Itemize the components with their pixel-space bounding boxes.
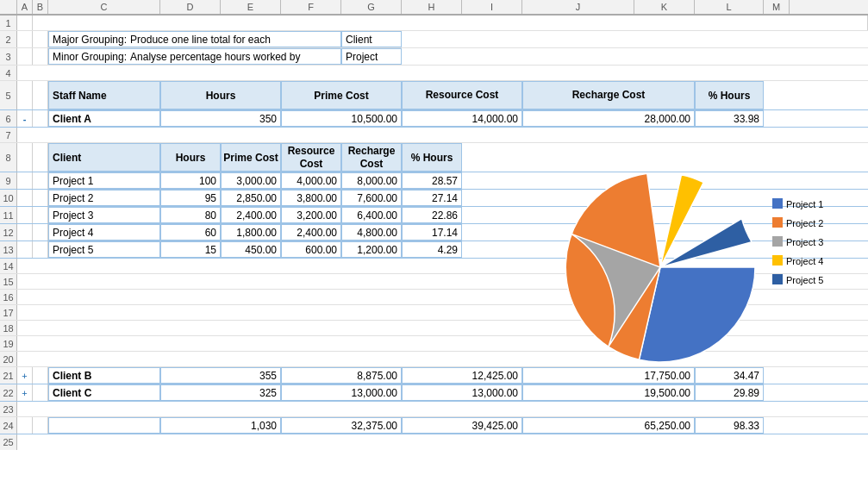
- cell-b10: [33, 190, 48, 206]
- col-header-f: F: [281, 0, 341, 14]
- col-header-rn: [0, 0, 17, 14]
- header-recharge-cost: Recharge Cost: [522, 81, 695, 109]
- cell-minor-value: Project: [341, 48, 402, 65]
- cell-rest-row2: [402, 31, 868, 47]
- row24-rest: [764, 417, 868, 434]
- cell-a13: [17, 241, 33, 258]
- client-c-label: Client C: [53, 387, 91, 399]
- cell-proj4-resource: 2,400.00: [281, 224, 341, 240]
- cell-a24: [17, 417, 33, 434]
- cell-client-a-prime: 10,500.00: [281, 110, 402, 127]
- col-header-k: K: [634, 0, 695, 14]
- header-prime-cost-text: Prime Cost: [314, 90, 368, 102]
- major-grouping-label: Major Grouping:: [53, 34, 127, 46]
- sub-header-resource: Resource Cost: [281, 143, 341, 172]
- proj3-resource: 3,200.00: [297, 209, 337, 222]
- legend-label-p5: Project 5: [786, 275, 823, 285]
- cell-a5: [17, 81, 33, 109]
- row-2: 2 Major Grouping: Produce one line total…: [0, 31, 868, 48]
- proj4-name: Project 4: [53, 227, 93, 239]
- client-c-prime-cost: 13,000.00: [352, 387, 397, 399]
- cell-b6: [33, 110, 48, 127]
- cell-proj2-recharge: 7,600.00: [341, 190, 402, 206]
- cell-b3: [33, 48, 48, 65]
- legend-label-p2: Project 2: [786, 218, 823, 228]
- proj4-resource: 2,400.00: [297, 227, 337, 239]
- cell-totals-recharge: 65,250.00: [522, 417, 695, 434]
- cell-b24: [33, 417, 48, 434]
- row-num-24: 24: [0, 417, 17, 434]
- proj1-prime: 3,000.00: [236, 175, 277, 187]
- cell-proj1-resource: 4,000.00: [281, 172, 341, 189]
- client-b-label: Client B: [53, 370, 91, 382]
- row-num-20: 20: [0, 352, 17, 366]
- legend-color-p2: [772, 217, 783, 228]
- col-header-e: E: [221, 0, 281, 14]
- cell-client-b-name: Client B: [48, 367, 160, 384]
- row-num-9: 9: [0, 172, 17, 189]
- sub-header-hours: Hours: [160, 143, 221, 172]
- proj5-name: Project 5: [53, 244, 93, 256]
- sub-header-pct-text: % Hours: [411, 152, 453, 164]
- client-b-plus[interactable]: +: [22, 371, 27, 381]
- cell-a1: [17, 16, 33, 30]
- cell-a9: [17, 172, 33, 189]
- col-header-i: I: [462, 0, 522, 14]
- row6-rest: [764, 110, 868, 127]
- proj4-prime: 1,800.00: [236, 227, 277, 239]
- cell-proj1-recharge: 8,000.00: [341, 172, 402, 189]
- row-num-7: 7: [0, 128, 17, 142]
- chart-legend: Project 1 Project 2 Project 3 Project 4 …: [772, 198, 823, 285]
- client-c-plus[interactable]: +: [22, 388, 27, 398]
- cell-major-value: Client: [341, 31, 402, 47]
- cell-client-a-recharge: 28,000.00: [522, 110, 695, 127]
- cell-client-b-prime: 8,875.00: [281, 367, 402, 384]
- cell-proj3-hours: 80: [160, 207, 221, 223]
- cell-proj3-prime: 2,400.00: [221, 207, 281, 223]
- cell-proj1-name: Project 1: [48, 172, 160, 189]
- cell-proj5-prime: 450.00: [221, 241, 281, 258]
- row-25: 25: [0, 434, 868, 450]
- row-4: 4: [0, 66, 868, 81]
- cell-proj2-name: Project 2: [48, 190, 160, 206]
- row-num-16: 16: [0, 290, 17, 304]
- sub-header-client-text: Client: [53, 152, 81, 164]
- client-a-recharge-cost: 28,000.00: [645, 113, 690, 125]
- client-a-label: Client A: [53, 113, 91, 125]
- client-a-pct-hours: 33.98: [734, 113, 759, 125]
- cell-proj1-prime: 3,000.00: [221, 172, 281, 189]
- minor-grouping-label: Minor Grouping:: [53, 51, 127, 63]
- row-3: 3 Minor Grouping: Analyse percentage hou…: [0, 48, 868, 66]
- cell-client-c-hours: 325: [160, 384, 281, 401]
- proj3-recharge: 6,400.00: [357, 209, 397, 222]
- proj1-recharge: 8,000.00: [357, 175, 397, 187]
- cell-a22[interactable]: +: [17, 384, 33, 401]
- cell-b8: [33, 143, 48, 172]
- row5-rest: [764, 81, 868, 109]
- cell-proj3-resource: 3,200.00: [281, 207, 341, 223]
- client-a-prime-cost: 10,500.00: [352, 113, 397, 125]
- totals-pct: 98.33: [734, 420, 759, 432]
- legend-label-p1: Project 1: [786, 199, 823, 209]
- proj1-pct: 28.57: [432, 175, 458, 187]
- cell-proj1-pct: 28.57: [402, 172, 462, 189]
- cell-client-a-hours: 350: [160, 110, 281, 127]
- cell-proj4-recharge: 4,800.00: [341, 224, 402, 240]
- cell-a21[interactable]: +: [17, 367, 33, 384]
- proj1-hours: 100: [199, 175, 216, 187]
- row-num-5: 5: [0, 81, 17, 109]
- cell-proj4-prime: 1,800.00: [221, 224, 281, 240]
- client-a-minus[interactable]: -: [23, 114, 27, 124]
- header-staff-name-text: Staff Name: [53, 90, 107, 102]
- cell-b1: [33, 16, 868, 30]
- row4-empty: [17, 66, 868, 80]
- cell-proj5-recharge: 1,200.00: [341, 241, 402, 258]
- row-num-23: 23: [0, 402, 17, 416]
- cell-a11: [17, 207, 33, 223]
- col-header-d: D: [160, 0, 221, 14]
- col-header-b: B: [33, 0, 48, 14]
- proj5-prime: 450.00: [245, 244, 277, 256]
- totals-recharge: 65,250.00: [645, 420, 690, 432]
- proj3-name: Project 3: [53, 209, 93, 222]
- row7-empty: [17, 128, 868, 142]
